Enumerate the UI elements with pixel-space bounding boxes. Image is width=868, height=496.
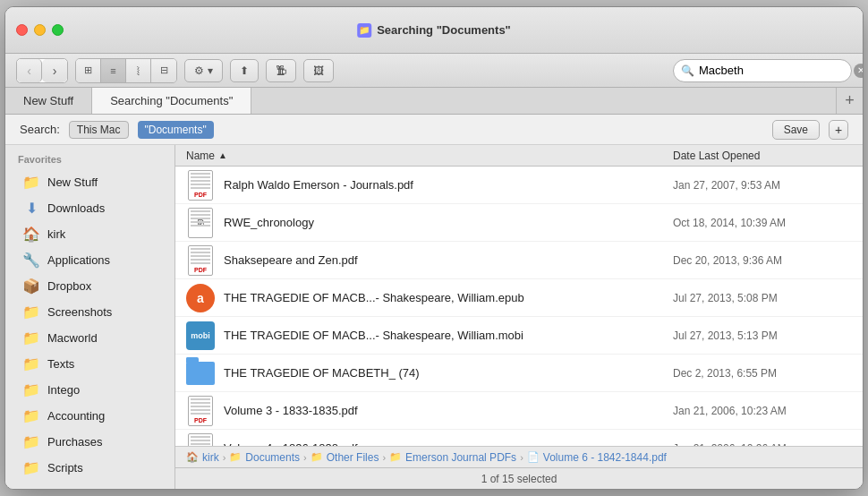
save-button[interactable]: Save	[772, 120, 820, 140]
table-row[interactable]: a THE TRAGEDIE OF MACB...- Shakespeare, …	[175, 279, 863, 317]
sidebar-item-kirk[interactable]: 🏠 kirk	[10, 221, 170, 246]
close-button[interactable]	[16, 24, 28, 36]
file-thumbnail	[186, 359, 215, 388]
plus-button[interactable]: +	[829, 120, 848, 140]
sidebar-item-macworld[interactable]: 📁 Macworld	[10, 325, 170, 350]
sort-icon: ▲	[218, 150, 227, 160]
table-row[interactable]: PDF Shaksepeare and Zen.pdf Dec 20, 2013…	[175, 242, 863, 279]
documents-button[interactable]: "Documents"	[138, 121, 214, 139]
home-icon: 🏠	[186, 451, 199, 464]
sidebar-item-new-stuff[interactable]: 📁 New Stuff	[10, 169, 170, 194]
breadcrumb-kirk[interactable]: 🏠 kirk	[186, 451, 219, 464]
list-view-button[interactable]: ≡	[101, 59, 126, 82]
file-date: Dec 2, 2013, 6:55 PM	[673, 367, 852, 380]
file-thumbnail: a	[186, 284, 215, 312]
preview-icon: 🖼	[313, 64, 324, 77]
dropbox-icon: 📦	[22, 277, 40, 295]
table-row[interactable]: THE TRAGEDIE OF MACBETH_ (74) Dec 2, 201…	[175, 355, 863, 392]
tab-add-button[interactable]: +	[836, 88, 863, 114]
this-mac-button[interactable]: This Mac	[69, 121, 129, 139]
pdf-icon: 📄	[527, 451, 540, 464]
sidebar-item-label: kirk	[47, 227, 65, 241]
sidebar-item-label: Purchases	[47, 435, 102, 449]
folder-icon: 📁	[22, 432, 40, 450]
file-rows: PDF Ralph Waldo Emerson - Journals.pdf J…	[175, 167, 863, 446]
breadcrumb-label: Other Files	[327, 451, 379, 464]
search-filter-bar: Search: This Mac "Documents" Save +	[5, 115, 863, 145]
folder-icon: 📁	[22, 173, 40, 191]
file-name: THE TRAGEDIE OF MACB...- Shakespeare, Wi…	[224, 329, 673, 342]
table-row[interactable]: PDF Volume 3 - 1833-1835.pdf Jan 21, 200…	[175, 392, 863, 430]
sidebar-item-purchases[interactable]: 📁 Purchases	[10, 429, 170, 454]
sidebar-item-dropbox[interactable]: 📦 Dropbox	[10, 273, 170, 298]
breadcrumb-documents[interactable]: 📁 Documents	[229, 451, 300, 464]
column-view-button[interactable]: ⦚	[126, 59, 151, 82]
preview-button[interactable]: 🖼	[303, 59, 334, 82]
sidebar-item-applications[interactable]: 🔧 Applications	[10, 247, 170, 272]
breadcrumb-other-files[interactable]: 📁 Other Files	[311, 451, 379, 464]
window-title-text: Searching "Documents"	[377, 23, 511, 37]
sidebar-item-label: New Stuff	[47, 175, 98, 189]
status-text: 1 of 15 selected	[175, 473, 863, 485]
file-name: Volume 3 - 1833-1835.pdf	[224, 404, 673, 417]
breadcrumb-emerson[interactable]: 📁 Emerson Journal PDFs	[389, 451, 516, 464]
file-list-header: Name ▲ Date Last Opened	[175, 145, 863, 167]
sidebar-item-label: Accounting	[47, 409, 105, 423]
sidebar-item-intego[interactable]: 📁 Intego	[10, 377, 170, 402]
minimize-button[interactable]	[34, 24, 46, 36]
sidebar: Favorites 📁 New Stuff ⬇ Downloads 🏠 kirk…	[5, 145, 175, 489]
table-row[interactable]: PDF Volume 4 - 1836-1838.pdf Jan 21, 200…	[175, 430, 863, 446]
sidebar-item-texts[interactable]: 📁 Texts	[10, 351, 170, 376]
folder-icon: 📁	[389, 451, 402, 464]
search-input[interactable]: Macbeth	[699, 64, 849, 77]
column-name-header[interactable]: Name ▲	[186, 150, 673, 162]
file-thumbnail: PDF	[186, 397, 215, 425]
search-label: Search:	[20, 123, 60, 136]
file-list-container: Name ▲ Date Last Opened PDF Ralph Waldo …	[175, 145, 863, 489]
sidebar-item-label: Scripts	[47, 461, 83, 475]
share-icon: ⬆	[240, 64, 249, 77]
breadcrumb-label: Documents	[245, 451, 300, 464]
share-button[interactable]: ⬆	[230, 59, 259, 82]
file-thumbnail: PDF	[186, 171, 215, 200]
table-row[interactable]: PDF Ralph Waldo Emerson - Journals.pdf J…	[175, 167, 863, 204]
finder-window: 📁 Searching "Documents" ‹ › ⊞ ≡ ⦚ ⊟ ⚙ ▾ …	[4, 6, 864, 490]
view-buttons: ⊞ ≡ ⦚ ⊟	[75, 58, 177, 83]
main-content: Favorites 📁 New Stuff ⬇ Downloads 🏠 kirk…	[5, 145, 863, 489]
back-button[interactable]: ‹	[17, 59, 42, 82]
cover-flow-button[interactable]: ⊟	[151, 59, 176, 82]
sidebar-item-downloads[interactable]: ⬇ Downloads	[10, 195, 170, 220]
forward-button[interactable]: ›	[42, 59, 67, 82]
breadcrumb-separator: ›	[382, 452, 386, 463]
icon-view-button[interactable]: ⊞	[76, 59, 101, 82]
sidebar-item-label: Applications	[47, 253, 110, 267]
table-row[interactable]: 🖹 RWE_chronology Oct 18, 2014, 10:39 AM	[175, 204, 863, 242]
compress-button[interactable]: 🗜	[266, 59, 296, 82]
traffic-lights	[16, 24, 64, 36]
gear-button[interactable]: ⚙ ▾	[184, 59, 223, 82]
file-thumbnail: 🖹	[186, 209, 215, 237]
status-bar: 1 of 15 selected	[175, 467, 863, 489]
table-row[interactable]: mobi THE TRAGEDIE OF MACB...- Shakespear…	[175, 317, 863, 355]
column-date-header[interactable]: Date Last Opened	[673, 150, 852, 162]
tab-searching[interactable]: Searching "Documents"	[92, 88, 251, 114]
breadcrumb-separator: ›	[520, 452, 523, 463]
search-clear-button[interactable]: ✕	[854, 64, 864, 78]
folder-icon: 📁	[22, 458, 40, 476]
sidebar-item-scripts[interactable]: 📁 Scripts	[10, 455, 170, 480]
sidebar-item-accounting[interactable]: 📁 Accounting	[10, 403, 170, 428]
search-icon: 🔍	[681, 64, 694, 77]
title-bar: 📁 Searching "Documents"	[5, 7, 863, 54]
tab-new-stuff[interactable]: New Stuff	[5, 88, 92, 114]
maximize-button[interactable]	[52, 24, 64, 36]
file-name: THE TRAGEDIE OF MACB...- Shakespeare, Wi…	[224, 291, 673, 304]
file-thumbnail: PDF	[186, 434, 215, 447]
breadcrumb-volume6[interactable]: 📄 Volume 6 - 1842-1844.pdf	[527, 451, 667, 464]
file-date: Jul 27, 2013, 5:13 PM	[673, 329, 852, 342]
window-title: 📁 Searching "Documents"	[357, 23, 511, 38]
file-date: Jan 27, 2007, 9:53 AM	[673, 179, 852, 192]
download-icon: ⬇	[22, 199, 40, 217]
sidebar-item-screenshots[interactable]: 📁 Screenshots	[10, 299, 170, 324]
applications-icon: 🔧	[22, 251, 40, 269]
sidebar-item-label: Dropbox	[47, 279, 91, 293]
